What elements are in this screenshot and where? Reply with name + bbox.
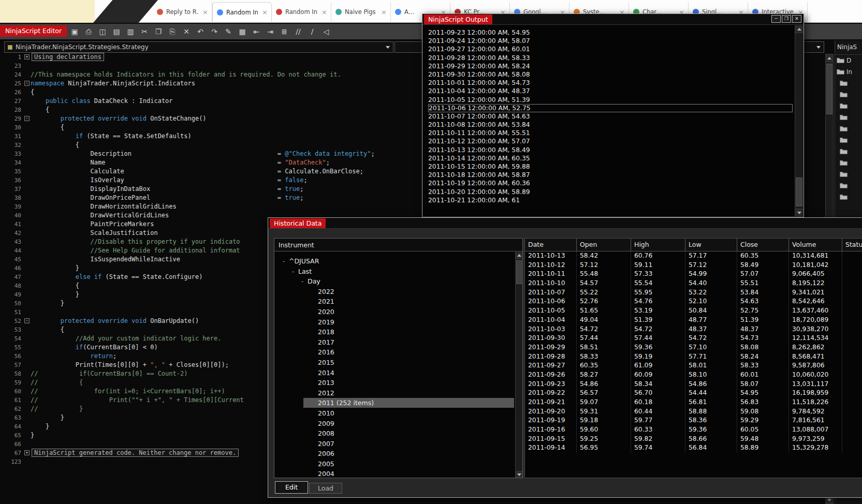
table-row[interactable]: 2011-10-1155.4857.3354.9957.079,066,405 (525, 270, 862, 279)
table-row[interactable]: 2011-10-1358.4260.7657.1760.3510,314,681 (525, 251, 862, 261)
output-line[interactable]: 2011-10-19 12:00:00 AM, 60.36 (428, 179, 795, 187)
explorer-folder-item[interactable] (835, 146, 862, 157)
output-line[interactable]: 2011-10-06 12:00:00 AM, 52.75 (428, 104, 793, 112)
explorer-folder-item[interactable] (835, 191, 862, 203)
scroll-up-icon[interactable] (516, 252, 522, 259)
tree-item[interactable]: 2021 (274, 297, 515, 307)
table-row[interactable]: 2011-09-2059.3160.4458.8859.089,784,592 (525, 407, 862, 417)
fold-toggle-icon[interactable]: + (24, 54, 30, 60)
tree-item[interactable]: 2015 (274, 358, 515, 368)
close-button[interactable]: ✕ (792, 15, 801, 23)
compile-icon[interactable]: ✎ (222, 25, 235, 38)
explorer-folder-item[interactable]: In (835, 66, 862, 78)
output-scrollbar[interactable] (795, 25, 803, 216)
explorer-folder-item[interactable] (835, 169, 862, 180)
comment-icon[interactable]: ∕∕ (292, 25, 304, 38)
column-header-high[interactable]: High (631, 239, 685, 251)
copy-icon[interactable]: ❐ (152, 25, 165, 38)
scroll-up-icon[interactable] (826, 54, 833, 62)
tree-item[interactable]: 2011 (252 items) (274, 398, 515, 408)
table-row[interactable]: 2011-09-3057.4457.4454.7254.7312,114,534 (525, 334, 862, 343)
tree-item[interactable]: 2010 (274, 408, 515, 419)
column-header-open[interactable]: Open (577, 239, 631, 251)
tab-edit[interactable]: Edit (275, 481, 308, 494)
column-header-volume[interactable]: Volume (789, 239, 842, 251)
table-row[interactable]: 2011-09-1959.1859.7758.3659.297,816,561 (525, 416, 862, 425)
undo-icon[interactable]: ↶ (194, 25, 207, 38)
table-row[interactable]: 2011-09-2354.8658.3454.8658.0713,031,117 (525, 380, 862, 389)
tab-close-icon[interactable]: × (320, 8, 328, 16)
browser-tab[interactable]: Naive Pigs× (331, 2, 391, 22)
table-row[interactable]: 2011-09-2658.2760.0958.1060.0110,060,020 (525, 370, 862, 380)
table-row[interactable]: 2011-09-1559.2559.8258.6659.489,973,259 (525, 435, 862, 444)
explorer-folder-item[interactable]: D (835, 55, 862, 66)
output-line[interactable]: 2011-10-20 12:00:00 AM, 58.89 (428, 188, 795, 196)
table-row[interactable]: 2011-09-2858.3359.1957.7158.248,568,471 (525, 352, 862, 362)
table-row[interactable]: 2011-09-2256.5756.7054.4454.9516,198,959 (525, 389, 862, 398)
explorer-folder-item[interactable] (835, 135, 862, 146)
document-icon[interactable]: ▥ (124, 25, 137, 38)
historical-title-bar[interactable]: Historical Data (268, 218, 862, 229)
tree-item[interactable]: 2006 (274, 449, 515, 459)
output-title-bar[interactable]: NinjaScript Output ─❐✕ (422, 14, 803, 25)
output-line[interactable]: 2011-09-23 12:00:00 AM, 54.95 (428, 28, 795, 37)
output-line[interactable]: 2011-10-11 12:00:00 AM, 55.51 (428, 129, 795, 137)
output-line[interactable]: 2011-10-08 12:00:00 AM, 53.84 (428, 121, 795, 129)
indent-icon[interactable]: ⇥ (264, 25, 276, 38)
column-header-status[interactable]: Status (842, 239, 862, 251)
output-line[interactable]: 2011-09-27 12:00:00 AM, 60.01 (428, 45, 795, 53)
save-icon[interactable]: ▣ (68, 25, 81, 38)
fold-toggle-icon[interactable]: - (24, 318, 30, 323)
tree-item[interactable]: 2022 (274, 287, 515, 297)
output-line[interactable]: 2011-10-18 12:00:00 AM, 58.87 (428, 171, 795, 179)
table-row[interactable]: 2011-10-0755.2255.9553.2253.849,341,021 (525, 288, 862, 298)
tree-item[interactable]: 2005 (274, 459, 515, 469)
explorer-folder-item[interactable] (835, 100, 862, 112)
table-row[interactable]: 2011-10-1257.1259.1157.1258.4910,181,042 (525, 261, 862, 270)
explorer-folder-item[interactable] (835, 180, 862, 191)
tree-item[interactable]: -^DJUSAR (274, 256, 515, 266)
output-line[interactable]: 2011-09-29 12:00:00 AM, 58.24 (428, 62, 795, 70)
tree-item[interactable]: 2004 (274, 469, 515, 478)
tree-scrollbar[interactable] (515, 252, 522, 478)
browser-tab[interactable]: Reply to R…× (153, 2, 212, 22)
scrollbar-thumb[interactable] (826, 64, 832, 114)
tab-close-icon[interactable]: × (201, 8, 209, 16)
explorer-folder-item[interactable] (835, 123, 862, 135)
fold-toggle-icon[interactable]: + (24, 450, 30, 455)
tree-item[interactable]: 2008 (274, 428, 515, 439)
tree-item[interactable]: 2007 (274, 439, 515, 449)
tree-item[interactable]: 2013 (274, 378, 515, 388)
tree-item[interactable]: 2020 (274, 307, 515, 317)
output-line[interactable]: 2011-10-05 12:00:00 AM, 51.39 (428, 96, 795, 104)
scrollbar-thumb[interactable] (516, 260, 522, 284)
output-line[interactable]: 2011-10-01 12:00:00 AM, 54.73 (428, 79, 795, 87)
table-row[interactable]: 2011-10-1054.5755.5454.4055.518,195,122 (525, 279, 862, 288)
tree-item[interactable]: 2014 (274, 368, 515, 378)
format-icon[interactable]: ≣ (278, 25, 290, 38)
data-grid-icon[interactable]: ▦ (236, 25, 249, 38)
cut-icon[interactable]: ✂ (138, 25, 151, 38)
table-row[interactable]: 2011-09-1659.6060.3359.3660.0513,088,007 (525, 425, 862, 435)
scrollbar-thumb[interactable] (796, 177, 802, 206)
explorer-folder-item[interactable] (835, 89, 862, 100)
tree-item[interactable]: 2016 (274, 347, 515, 358)
tree-item[interactable]: 2019 (274, 317, 515, 328)
tree-item[interactable]: 2009 (274, 419, 515, 429)
table-row[interactable]: 2011-09-2958.5159.3657.1058.088,262,862 (525, 343, 862, 352)
tree-item[interactable]: -Day (274, 276, 515, 287)
output-line[interactable]: 2011-10-12 12:00:00 AM, 57.07 (428, 137, 795, 145)
type-dropdown[interactable]: NinjaTrader.NinjaScript.Strategies.Strat… (4, 41, 393, 53)
explorer-folder-item[interactable] (835, 157, 862, 169)
table-row[interactable]: 2011-09-1456.9559.7456.8458.8915,329,278 (525, 443, 862, 453)
page-setup-icon[interactable]: ▤ (110, 25, 123, 38)
table-row[interactable]: 2011-09-2159.0760.1856.8156.8311,518,226 (525, 398, 862, 407)
delete-icon[interactable]: ✕ (180, 25, 193, 38)
fold-toggle-icon[interactable]: - (24, 81, 30, 86)
table-row[interactable]: 2011-09-2760.3561.0958.0158.339,587,806 (525, 361, 862, 370)
redo-icon[interactable]: ↷ (208, 25, 221, 38)
output-line[interactable]: 2011-09-24 12:00:00 AM, 58.07 (428, 37, 795, 45)
scroll-up-icon[interactable] (795, 25, 803, 33)
scroll-down-icon[interactable] (795, 209, 803, 216)
column-header-low[interactable]: Low (685, 239, 737, 251)
